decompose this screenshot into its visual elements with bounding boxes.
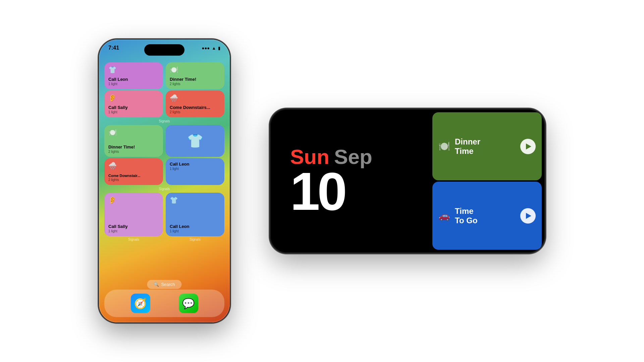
- dinner-time-subtitle-1: 2 lights: [170, 82, 220, 86]
- come-downstairs-title-2: Come Downstair...: [108, 174, 159, 178]
- call-sally-title-2: Call Sally: [108, 224, 159, 229]
- dinner-time-shortcut-title: DinnerTime: [455, 137, 516, 156]
- come-downstairs-widget-1[interactable]: 🌧️ Come Downstairs... 2 lights: [166, 90, 224, 117]
- call-sally-subtitle-2: 1 light: [108, 229, 159, 233]
- dinner-time-title-1: Dinner Time!: [170, 77, 220, 82]
- call-leon-subtitle-1: 1 light: [108, 82, 159, 86]
- signals-label-3: Signals: [104, 238, 163, 241]
- status-icons: ●●● ▲ ▮: [202, 46, 220, 51]
- dinner-time-play-button[interactable]: [520, 139, 536, 154]
- call-leon-widget-1[interactable]: 👕 Call Leon 1 light: [104, 62, 163, 89]
- shirt-icon: 👕: [187, 133, 204, 149]
- widget-row-1: 👕 Call Leon 1 light 🍽️ Dinner Time! 2 li…: [104, 62, 224, 89]
- widget-row-5: 👂 Call Sally 1 light Signals 👕 Call Leon: [104, 193, 224, 241]
- dinner-time-shortcut[interactable]: 🍽️ DinnerTime: [432, 112, 542, 180]
- call-sally-subtitle-1: 1 light: [108, 110, 159, 114]
- call-sally-icon-2: 👂: [108, 196, 159, 204]
- dock: 🧭 💬: [104, 290, 224, 317]
- call-sally-widget-1[interactable]: 👂 Call Sally 1 light: [104, 90, 163, 117]
- call-sally-widget-2[interactable]: 👂 Call Sally 1 light: [104, 193, 163, 236]
- status-time: 7:41: [108, 45, 119, 51]
- call-sally-icon-1: 👂: [108, 94, 159, 102]
- call-leon-subtitle-3: 1 light: [170, 229, 220, 233]
- search-bar[interactable]: 🔍 Search: [147, 280, 181, 289]
- volume-up-button[interactable]: [99, 50, 100, 65]
- widget-group-1: 👕 Call Leon 1 light 🍽️ Dinner Time! 2 li…: [104, 62, 224, 123]
- come-downstairs-title-1: Come Downstairs...: [170, 105, 220, 110]
- dinner-time-play-icon: [526, 143, 531, 149]
- landscape-shortcuts: 🍽️ DinnerTime 🚗 TimeTo Go: [431, 109, 545, 253]
- time-to-go-play-icon: [526, 213, 531, 219]
- time-to-go-shortcut-title: TimeTo Go: [455, 206, 516, 225]
- time-to-go-play-button[interactable]: [520, 208, 536, 224]
- time-to-go-shortcut-text: TimeTo Go: [455, 206, 516, 225]
- battery-icon: ▮: [218, 46, 220, 51]
- call-leon-title-2: Call Leon: [170, 162, 220, 167]
- search-icon: 🔍: [154, 282, 159, 287]
- dinner-time-title-2: Dinner Time!: [108, 144, 159, 150]
- signals-label-1: Signals: [104, 119, 224, 123]
- dinner-time-icon-1: 🍽️: [170, 66, 220, 74]
- come-downstairs-widget-2[interactable]: 🌧️ Come Downstair... 2 lights: [104, 158, 163, 185]
- landscape-content: Sun Sep 10 🍽️ DinnerTime: [270, 109, 545, 253]
- dinner-time-subtitle-2: 2 lights: [108, 150, 159, 154]
- safari-icon[interactable]: 🧭: [131, 294, 150, 313]
- come-downstairs-icon-1: 🌧️: [170, 94, 220, 102]
- signals-label-4: Signals: [166, 238, 224, 241]
- signal-icon: ●●●: [202, 46, 210, 51]
- dinner-time-shortcut-text: DinnerTime: [455, 137, 516, 156]
- call-leon-widget-3[interactable]: 👕 Call Leon 1 light: [166, 193, 224, 236]
- power-button[interactable]: [99, 80, 100, 103]
- come-downstairs-subtitle-1: 2 lights: [170, 110, 220, 114]
- time-to-go-shortcut[interactable]: 🚗 TimeTo Go: [432, 182, 542, 250]
- dynamic-island: [144, 44, 184, 56]
- messages-symbol: 💬: [182, 298, 195, 309]
- call-leon-icon-3: 👕: [170, 196, 220, 204]
- widget-group-2: 🍽️ Dinner Time! 2 lights 👕 🌧️: [104, 125, 224, 191]
- volume-down-button[interactable]: [99, 65, 100, 80]
- landscape-phone: Sun Sep 10 🍽️ DinnerTime: [270, 109, 545, 253]
- dinner-time-icon-2: 🍽️: [108, 128, 159, 136]
- search-text: Search: [161, 282, 175, 287]
- messages-icon[interactable]: 💬: [179, 294, 198, 313]
- widget-area: 👕 Call Leon 1 light 🍽️ Dinner Time! 2 li…: [104, 62, 224, 241]
- come-downstairs-subtitle-2: 2 lights: [108, 178, 159, 182]
- dinner-time-shortcut-icon: 🍽️: [438, 141, 450, 152]
- come-downstairs-icon-2: 🌧️: [108, 162, 159, 170]
- call-leon-icon-1: 👕: [108, 66, 159, 74]
- widget-row-3: 🍽️ Dinner Time! 2 lights 👕: [104, 125, 224, 157]
- scene: 7:41 ●●● ▲ ▮ 👕 Call Leon 1 light: [0, 0, 644, 362]
- landscape-date-section: Sun Sep 10: [270, 109, 431, 253]
- signals-label-2: Signals: [104, 187, 224, 191]
- landscape-date-number: 10: [290, 167, 431, 216]
- call-leon-title-1: Call Leon: [108, 77, 159, 82]
- call-leon-title-3: Call Leon: [170, 224, 220, 229]
- widget-row-4: 🌧️ Come Downstair... 2 lights Call Leon …: [104, 158, 224, 185]
- call-leon-widget-2[interactable]: Call Leon 1 light: [166, 158, 224, 185]
- safari-symbol: 🧭: [134, 298, 147, 309]
- call-leon-subtitle-2: 1 light: [170, 167, 220, 171]
- time-to-go-shortcut-icon: 🚗: [438, 210, 450, 221]
- widget-row-2: 👂 Call Sally 1 light 🌧️ Come Downstairs.…: [104, 90, 224, 117]
- portrait-phone: 7:41 ●●● ▲ ▮ 👕 Call Leon 1 light: [99, 40, 230, 322]
- shirt-widget[interactable]: 👕: [166, 125, 224, 157]
- call-sally-title-1: Call Sally: [108, 105, 159, 110]
- dinner-time-widget-1[interactable]: 🍽️ Dinner Time! 2 lights: [166, 62, 224, 89]
- dynamic-island-landscape: [276, 171, 281, 191]
- wifi-icon: ▲: [212, 46, 216, 51]
- dinner-time-widget-2[interactable]: 🍽️ Dinner Time! 2 lights: [104, 125, 163, 157]
